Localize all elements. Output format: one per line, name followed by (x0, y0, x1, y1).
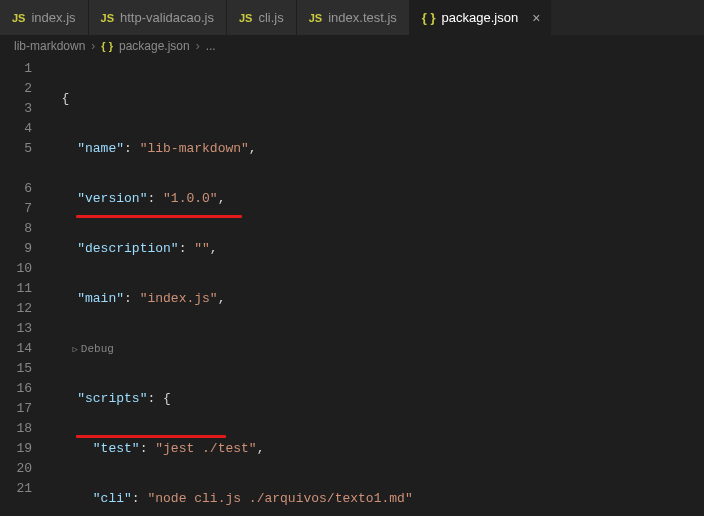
gutter-spacer (0, 159, 46, 179)
line-number: 14 (0, 339, 46, 359)
close-icon[interactable]: × (530, 11, 542, 25)
js-icon: JS (101, 12, 114, 24)
line-number: 2 (0, 79, 46, 99)
play-icon: ▷ (72, 345, 77, 355)
line-number: 4 (0, 119, 46, 139)
code-editor[interactable]: 1 2 3 4 5 6 7 8 9 10 11 12 13 14 15 16 1… (0, 57, 704, 516)
line-number: 15 (0, 359, 46, 379)
json-icon: { } (101, 40, 113, 52)
breadcrumb-file: package.json (119, 39, 190, 53)
line-number: 17 (0, 399, 46, 419)
tab-cli-js[interactable]: JS cli.js (227, 0, 297, 35)
tab-index-test-js[interactable]: JS index.test.js (297, 0, 410, 35)
line-number: 20 (0, 459, 46, 479)
line-number: 18 (0, 419, 46, 439)
line-gutter: 1 2 3 4 5 6 7 8 9 10 11 12 13 14 15 16 1… (0, 57, 46, 516)
tab-label: cli.js (258, 10, 283, 25)
line-number: 11 (0, 279, 46, 299)
chevron-right-icon: › (91, 39, 95, 53)
line-number: 12 (0, 299, 46, 319)
line-number: 6 (0, 179, 46, 199)
tab-http-validacao-js[interactable]: JS http-validacao.js (89, 0, 227, 35)
line-number: 5 (0, 139, 46, 159)
chevron-right-icon: › (196, 39, 200, 53)
tab-bar: JS index.js JS http-validacao.js JS cli.… (0, 0, 704, 35)
tab-package-json[interactable]: { } package.json × (410, 0, 552, 35)
json-icon: { } (422, 10, 436, 25)
line-number: 10 (0, 259, 46, 279)
tab-label: index.test.js (328, 10, 397, 25)
line-number: 19 (0, 439, 46, 459)
line-number: 16 (0, 379, 46, 399)
line-number: 8 (0, 219, 46, 239)
tab-label: package.json (442, 10, 519, 25)
codelens-debug[interactable]: ▷Debug (46, 339, 704, 359)
tab-label: http-validacao.js (120, 10, 214, 25)
line-number: 21 (0, 479, 46, 499)
js-icon: JS (12, 12, 25, 24)
tab-label: index.js (31, 10, 75, 25)
breadcrumb[interactable]: lib-markdown › { } package.json › ... (0, 35, 704, 57)
tab-bar-empty (551, 0, 704, 35)
js-icon: JS (309, 12, 322, 24)
line-number: 1 (0, 59, 46, 79)
code-area[interactable]: { "name": "lib-markdown", "version": "1.… (46, 57, 704, 516)
tab-index-js[interactable]: JS index.js (0, 0, 89, 35)
annotation-underline (76, 435, 226, 438)
annotation-underline (76, 215, 242, 218)
breadcrumb-ellipsis: ... (206, 39, 216, 53)
js-icon: JS (239, 12, 252, 24)
breadcrumb-folder: lib-markdown (14, 39, 85, 53)
line-number: 9 (0, 239, 46, 259)
line-number: 13 (0, 319, 46, 339)
line-number: 3 (0, 99, 46, 119)
line-number: 7 (0, 199, 46, 219)
